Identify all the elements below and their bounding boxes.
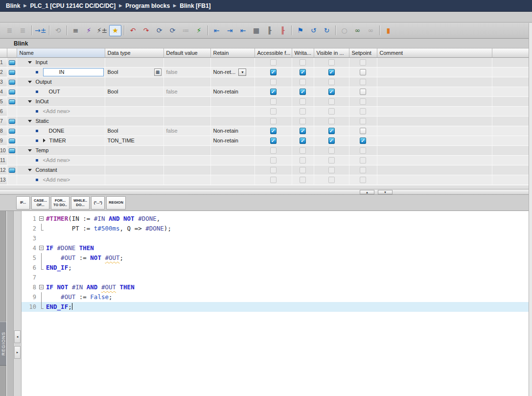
- redo-changes-icon[interactable]: ↷: [140, 25, 152, 36]
- breadcrumb-item[interactable]: PLC_1 [CPU 1214C DC/DC/DC]: [30, 2, 116, 9]
- writable-checkbox[interactable]: ✓: [300, 128, 306, 134]
- datatype-cell[interactable]: [105, 96, 163, 106]
- accessible-checkbox[interactable]: [270, 59, 277, 66]
- consistency-check-icon[interactable]: ⚡: [193, 25, 205, 36]
- breadcrumb-item[interactable]: Program blocks: [125, 2, 170, 9]
- visible-checkbox[interactable]: [328, 147, 335, 154]
- column-header-retain[interactable]: Retain: [210, 48, 254, 57]
- add-new-placeholder[interactable]: <Add new>: [43, 108, 70, 114]
- reset-start-values-icon[interactable]: ⟲: [52, 25, 64, 36]
- name-cell[interactable]: <Add new>: [17, 106, 105, 116]
- row-number-cell[interactable]: 7: [0, 116, 7, 126]
- writable-checkbox[interactable]: [300, 157, 306, 163]
- collapse-right-handle[interactable]: ▸: [14, 346, 21, 359]
- expand-down-icon[interactable]: [28, 149, 32, 152]
- setpoint-checkbox[interactable]: ✓: [360, 138, 366, 144]
- favorites-icon[interactable]: ★: [109, 25, 121, 36]
- setpoint-checkbox[interactable]: [360, 108, 366, 115]
- setpoint-checkbox[interactable]: [360, 69, 366, 75]
- update-block-call-icon[interactable]: ⟳: [153, 25, 165, 36]
- column-header-default-value[interactable]: Default value: [163, 48, 210, 57]
- datatype-cell[interactable]: [105, 155, 163, 165]
- collapse-down-button[interactable]: ▼: [378, 190, 393, 194]
- row-number-cell[interactable]: 4: [0, 87, 7, 96]
- sync-block-call-icon[interactable]: ⟳: [166, 25, 179, 36]
- expand-right-icon[interactable]: [43, 139, 46, 142]
- datatype-cell[interactable]: [105, 77, 163, 87]
- writable-checkbox[interactable]: [300, 79, 306, 85]
- fold-toggle-icon[interactable]: −: [39, 285, 44, 289]
- column-header-writa[interactable]: Writa...: [292, 48, 314, 57]
- comment-cell[interactable]: [377, 165, 492, 175]
- keep-actual-values-icon[interactable]: ≡: [69, 25, 82, 36]
- retain-cell[interactable]: [210, 145, 254, 155]
- search-icon[interactable]: ○: [338, 25, 350, 36]
- regions-tab[interactable]: REGIONS: [0, 322, 6, 366]
- accessible-checkbox[interactable]: [270, 167, 277, 173]
- writable-checkbox[interactable]: ✓: [300, 138, 306, 144]
- writable-checkbox[interactable]: [300, 147, 306, 154]
- indent-icon[interactable]: ⇥: [224, 25, 236, 36]
- expand-down-icon[interactable]: [28, 81, 32, 83]
- pane-splitter[interactable]: ▲ ▼: [0, 189, 532, 195]
- previous-bookmark-icon[interactable]: ↺: [307, 25, 320, 36]
- name-cell[interactable]: Static: [17, 116, 105, 126]
- visible-checkbox[interactable]: [328, 98, 335, 105]
- accessible-checkbox[interactable]: [270, 98, 277, 105]
- mark-lines-red-icon[interactable]: ╟: [277, 25, 289, 36]
- snippet-region[interactable]: REGION: [106, 196, 126, 210]
- name-cell[interactable]: <Add new>: [17, 155, 105, 165]
- column-header-name[interactable]: Name: [17, 48, 105, 57]
- default-value-cell[interactable]: [163, 136, 210, 145]
- setpoint-checkbox[interactable]: [360, 89, 366, 95]
- visible-checkbox[interactable]: [328, 79, 335, 85]
- bookmark-icon[interactable]: ⚑: [294, 25, 306, 36]
- column-header-accessible-f[interactable]: Accessible f...: [254, 48, 292, 57]
- datatype-cell[interactable]: Bool: [105, 126, 163, 136]
- datatype-cell[interactable]: Bool: [105, 87, 163, 96]
- setpoint-checkbox[interactable]: [360, 59, 366, 66]
- expand-down-icon[interactable]: [28, 100, 32, 103]
- accessible-checkbox[interactable]: [270, 118, 277, 124]
- default-value-cell[interactable]: [163, 175, 210, 185]
- accessible-checkbox[interactable]: ✓: [270, 89, 277, 95]
- row-number-cell[interactable]: 3: [0, 77, 7, 87]
- column-header-setpoint[interactable]: Setpoint: [349, 48, 377, 57]
- row-number-cell[interactable]: 11: [0, 155, 7, 165]
- name-cell[interactable]: Output: [17, 77, 105, 87]
- setpoint-checkbox[interactable]: [360, 98, 366, 105]
- row-number-cell[interactable]: 2: [0, 67, 7, 77]
- collapse-up-button[interactable]: ▲: [360, 190, 374, 194]
- row-number-cell[interactable]: 1: [0, 57, 7, 67]
- retain-cell[interactable]: [210, 57, 254, 67]
- visible-checkbox[interactable]: ✓: [328, 89, 335, 95]
- datatype-browse-button[interactable]: ▦: [154, 69, 162, 76]
- comment-cell[interactable]: [377, 96, 492, 106]
- comment-cell[interactable]: [377, 155, 492, 165]
- expand-down-icon[interactable]: [28, 120, 32, 122]
- comment-cell[interactable]: [377, 175, 492, 185]
- insert-row-icon[interactable]: →±: [34, 25, 46, 36]
- add-new-placeholder[interactable]: <Add new>: [43, 177, 70, 183]
- visible-checkbox[interactable]: ✓: [328, 69, 335, 75]
- add-network-icon[interactable]: ≣: [17, 25, 29, 36]
- retain-cell[interactable]: [210, 165, 254, 175]
- default-value-cell[interactable]: [163, 77, 210, 87]
- datatype-cell[interactable]: [105, 175, 163, 185]
- writable-checkbox[interactable]: [300, 59, 306, 66]
- retain-cell[interactable]: Non-retain: [210, 136, 254, 145]
- format-code-icon[interactable]: ▦: [250, 25, 262, 36]
- insert-network-icon[interactable]: ≣: [3, 25, 16, 36]
- setpoint-checkbox[interactable]: [360, 118, 366, 124]
- code-area[interactable]: 1−#TIMER(IN := #IN AND NOT #DONE,2 PT :=…: [22, 211, 532, 396]
- datatype-cell[interactable]: [105, 145, 163, 155]
- row-number-cell[interactable]: 6: [0, 106, 7, 116]
- name-cell[interactable]: IN: [17, 67, 105, 77]
- row-number-cell[interactable]: 9: [0, 136, 7, 145]
- fold-toggle-icon[interactable]: −: [39, 216, 44, 221]
- breadcrumb-item[interactable]: Blink [FB1]: [180, 2, 210, 9]
- retain-cell[interactable]: [210, 175, 254, 185]
- visible-checkbox[interactable]: [328, 177, 335, 183]
- column-header-data-type[interactable]: Data type: [105, 48, 163, 57]
- default-value-cell[interactable]: false: [163, 87, 210, 96]
